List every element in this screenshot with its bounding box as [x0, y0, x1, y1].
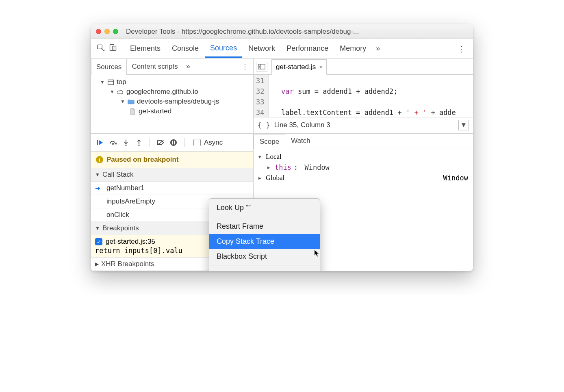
tab-performance[interactable]: Performance	[282, 40, 333, 57]
editor-pane: get-started.js × 31 32 33 34 var sum = a…	[254, 58, 473, 133]
code-body: var sum = addend1 + addend2; label.textC…	[269, 75, 460, 117]
tree-top[interactable]: ▼ top	[91, 77, 253, 87]
devtools-window: Developer Tools - https://googlechrome.g…	[91, 24, 473, 271]
call-stack-header[interactable]: ▼ Call Stack	[91, 168, 253, 182]
svg-line-11	[158, 140, 164, 145]
navigator-tabs: Sources Content scripts » ⋮	[91, 58, 253, 75]
step-over-button[interactable]	[108, 138, 118, 147]
sources-main: Sources Content scripts » ⋮ ▼ top ▼ goog…	[91, 58, 473, 134]
menu-separator	[209, 217, 320, 217]
tree-domain[interactable]: ▼ googlechrome.github.io	[91, 87, 253, 97]
tabs-overflow-icon[interactable]: »	[373, 42, 383, 55]
scope-this[interactable]: ▶ this: Window	[254, 162, 473, 173]
call-stack-frame-0[interactable]: ➔ getNumber1	[91, 182, 253, 195]
resume-button[interactable]	[95, 138, 105, 147]
paused-label: Paused on breakpoint	[106, 156, 179, 164]
folder-icon	[128, 98, 134, 105]
step-out-button[interactable]	[134, 138, 144, 147]
svg-rect-0	[98, 45, 102, 49]
tree-folder-label: devtools-samples/debug-js	[137, 97, 219, 106]
scope-body: ▼ Local ▶ this: Window ▶ Global Window	[254, 149, 473, 186]
menu-copy-stack-trace[interactable]: Copy Stack Trace	[209, 234, 320, 249]
svg-rect-14	[174, 141, 175, 144]
tab-scope[interactable]: Scope	[254, 134, 285, 149]
deactivate-breakpoints-button[interactable]	[156, 138, 165, 147]
subtabs-overflow-icon[interactable]: »	[183, 60, 193, 73]
tab-sources[interactable]: Sources	[205, 40, 242, 58]
close-window-button[interactable]	[96, 29, 101, 34]
menu-look-up[interactable]: Look Up “”	[209, 200, 320, 215]
editor-status-bar: { } Line 35, Column 3 ▼	[254, 117, 473, 133]
zoom-window-button[interactable]	[113, 29, 118, 34]
tree-domain-label: googlechrome.github.io	[126, 88, 198, 96]
traffic-lights	[96, 29, 118, 34]
editor-tabs: get-started.js ×	[254, 58, 473, 75]
file-tab-get-started[interactable]: get-started.js ×	[271, 59, 327, 75]
cursor-position: Line 35, Column 3	[274, 121, 330, 129]
scope-local[interactable]: ▼ Local	[254, 152, 473, 162]
toggle-navigator-button[interactable]	[256, 62, 267, 71]
tree-top-label: top	[117, 78, 126, 86]
context-menu: Look Up “” Restart Frame Copy Stack Trac…	[209, 198, 320, 271]
breakpoints-title: Breakpoints	[102, 224, 139, 232]
call-stack-title: Call Stack	[102, 171, 134, 179]
settings-menu-icon[interactable]: ⋮	[453, 41, 470, 56]
breakpoint-checkbox[interactable]: ✓	[95, 238, 102, 245]
line-gutter: 31 32 33 34	[254, 75, 269, 117]
async-label: Async	[204, 139, 223, 147]
tab-memory[interactable]: Memory	[335, 40, 371, 57]
inspect-element-icon[interactable]	[97, 43, 105, 54]
mouse-cursor-icon	[314, 249, 321, 258]
menu-separator	[209, 266, 320, 266]
file-icon	[129, 108, 136, 115]
titlebar: Developer Tools - https://googlechrome.g…	[91, 24, 473, 39]
panel-tabs: Elements Console Sources Network Perform…	[91, 39, 473, 58]
device-toggle-icon[interactable]	[109, 43, 117, 54]
menu-restart-frame[interactable]: Restart Frame	[209, 219, 320, 234]
separator	[184, 138, 184, 147]
tree-file[interactable]: get-started	[91, 106, 253, 116]
file-tree: ▼ top ▼ googlechrome.github.io ▼ devtool…	[91, 75, 253, 119]
svg-rect-13	[172, 141, 173, 144]
debug-toolbar: Async	[91, 134, 253, 152]
async-toggle[interactable]: Async	[193, 139, 223, 147]
close-file-tab-icon[interactable]: ×	[319, 64, 322, 70]
svg-rect-5	[258, 64, 265, 69]
cloud-icon	[117, 89, 124, 95]
svg-point-12	[170, 139, 177, 145]
tree-folder[interactable]: ▼ devtools-samples/debug-js	[91, 97, 253, 106]
menu-blackbox-script[interactable]: Blackbox Script	[209, 249, 320, 264]
svg-rect-1	[110, 45, 114, 51]
tab-watch[interactable]: Watch	[285, 134, 316, 149]
menu-speech[interactable]: Speech ▶	[209, 268, 320, 271]
file-tab-label: get-started.js	[276, 63, 316, 71]
tab-network[interactable]: Network	[243, 40, 280, 57]
tree-file-label: get-started	[139, 107, 171, 115]
info-icon: i	[96, 156, 103, 163]
paused-banner: i Paused on breakpoint	[91, 152, 253, 168]
scope-watch-tabs: Scope Watch	[254, 134, 473, 149]
async-checkbox[interactable]	[193, 139, 201, 146]
window-title: Developer Tools - https://googlechrome.g…	[126, 28, 359, 36]
pause-on-exceptions-button[interactable]	[169, 138, 178, 147]
tab-elements[interactable]: Elements	[125, 40, 165, 57]
step-into-button[interactable]	[121, 138, 131, 147]
scope-global[interactable]: ▶ Global Window	[254, 173, 473, 183]
svg-point-8	[113, 143, 114, 144]
editor-options-dropdown[interactable]: ▼	[458, 120, 469, 130]
dock-icons	[94, 43, 124, 54]
svg-point-10	[138, 144, 139, 145]
svg-rect-7	[97, 140, 98, 145]
minimize-window-button[interactable]	[104, 29, 110, 34]
breakpoint-label: get-started.js:35	[106, 238, 155, 246]
pretty-print-icon[interactable]: { }	[258, 121, 270, 129]
svg-rect-3	[108, 80, 114, 84]
subtab-content-scripts[interactable]: Content scripts	[127, 59, 182, 74]
code-editor[interactable]: 31 32 33 34 var sum = addend1 + addend2;…	[254, 75, 473, 117]
navigator-menu-icon[interactable]: ⋮	[237, 59, 253, 74]
xhr-breakpoints-title: XHR Breakpoints	[101, 260, 154, 268]
current-frame-arrow-icon: ➔	[95, 184, 103, 192]
navigator-pane: Sources Content scripts » ⋮ ▼ top ▼ goog…	[91, 58, 254, 133]
subtab-sources[interactable]: Sources	[91, 59, 127, 75]
tab-console[interactable]: Console	[167, 40, 204, 57]
